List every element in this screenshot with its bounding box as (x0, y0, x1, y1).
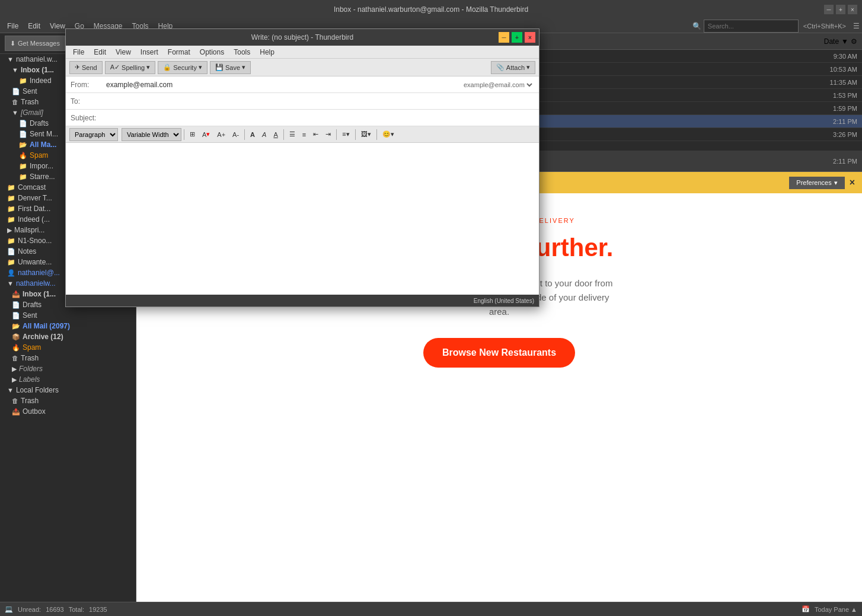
sent2-label: Sent (23, 311, 37, 320)
local-expand: ▼ (7, 387, 14, 394)
compose-menu-insert[interactable]: Insert (136, 47, 163, 58)
sidebar-item-archive[interactable]: 📦 Archive (12) (0, 331, 136, 342)
trash-icon: 🗑 (12, 98, 18, 106)
trash2-icon: 🗑 (12, 355, 18, 362)
today-pane-chevron: ▲ (851, 606, 857, 613)
today-pane-button[interactable]: Today Pane ▲ (815, 605, 857, 613)
all-mail-icon: 📂 (19, 141, 27, 149)
email-time-2: 10:53 AM (830, 66, 857, 73)
save-button[interactable]: 💾 Save ▾ (210, 61, 251, 74)
n1snoo-label: N1-Snoo... (18, 237, 52, 245)
allmail2-icon: 📂 (12, 323, 20, 330)
browse-restaurants-button[interactable]: Browse New Restaurants (423, 338, 575, 368)
compose-menu-edit[interactable]: Edit (89, 47, 111, 58)
insert-image-button[interactable]: 🖼▾ (358, 128, 374, 141)
drafts-1-label: Drafts (30, 119, 49, 127)
labels-label: Labels (19, 375, 40, 384)
sent2-icon: 📄 (12, 312, 20, 320)
subject-input[interactable] (106, 114, 534, 122)
increase-font-button[interactable]: A+ (214, 128, 228, 141)
get-messages-icon: ⬇ (10, 40, 15, 47)
indent-button[interactable]: ⇥ (323, 128, 334, 141)
compose-menu-file[interactable]: File (68, 47, 89, 58)
calendar-icon: 📅 (802, 605, 810, 613)
get-messages-button[interactable]: ⬇ Get Messages (5, 36, 65, 51)
menu-edit[interactable]: Edit (23, 21, 45, 31)
sidebar-item-outbox[interactable]: 📤 Outbox (0, 406, 136, 417)
column-picker-icon[interactable]: ⚙ (851, 37, 857, 46)
compose-menu-help[interactable]: Help (255, 47, 279, 58)
compose-menu-tools[interactable]: Tools (229, 47, 255, 58)
compose-format-bar: Paragraph Variable Width ⊞ A▾ A+ A- A A … (66, 126, 539, 143)
preferences-button[interactable]: Preferences ▾ (789, 177, 844, 189)
trash-local-label: Trash (21, 397, 39, 405)
sidebar-item-labels[interactable]: ▶ Labels (0, 374, 136, 385)
italic-button[interactable]: A (259, 128, 269, 141)
attach-icon: 📎 (496, 63, 505, 71)
font-color-button[interactable]: A▾ (199, 128, 213, 141)
numbered-list-button[interactable]: ≡ (299, 128, 309, 141)
unwanted-icon: 📁 (7, 258, 15, 266)
hamburger-icon[interactable]: ☰ (853, 22, 860, 30)
compose-status-bar: English (United States) (66, 295, 539, 307)
compose-textarea[interactable] (71, 148, 534, 290)
outbox-label: Outbox (23, 407, 46, 416)
sidebar-item-trash-2[interactable]: 🗑 Trash (0, 353, 136, 363)
sidebar-item-trash-local[interactable]: 🗑 Trash (0, 395, 136, 406)
bullet-list-button[interactable]: ☰ (286, 128, 298, 141)
underline-button[interactable]: A (270, 128, 280, 141)
bold-button[interactable]: A (247, 128, 258, 141)
unwanted-label: Unwante... (18, 258, 52, 266)
sidebar-item-folders[interactable]: ▶ Folders (0, 363, 136, 374)
title-bar: Inbox - nathaniel.warburton@gmail.com - … (0, 0, 862, 19)
compose-menu-options[interactable]: Options (195, 47, 229, 58)
from-dropdown[interactable]: example@email.com (461, 81, 534, 89)
date-column-header[interactable]: Date ▼ ⚙ (824, 37, 857, 46)
sent-mail-icon: 📄 (19, 130, 27, 138)
from-input[interactable] (106, 81, 461, 89)
drafts-icon: 📄 (19, 120, 27, 127)
text-size-icon[interactable]: ⊞ (187, 128, 198, 141)
compose-menu-view[interactable]: View (111, 47, 136, 58)
sidebar-item-sent2[interactable]: 📄 Sent (0, 310, 136, 321)
maximize-button[interactable]: + (836, 5, 845, 14)
preferences-close-button[interactable]: × (850, 177, 855, 188)
compose-minimize-button[interactable]: ─ (499, 32, 509, 43)
compose-menu-format[interactable]: Format (163, 47, 195, 58)
spelling-button[interactable]: A✓ Spelling ▾ (105, 61, 155, 74)
minimize-button[interactable]: ─ (824, 5, 834, 14)
menu-file[interactable]: File (2, 21, 23, 31)
email-selected-time: 2:11 PM (833, 158, 857, 165)
starred-label: Starre... (30, 173, 55, 181)
security-button[interactable]: 🔒 Security ▾ (158, 61, 207, 74)
to-field-row: To: (66, 93, 539, 110)
to-label: To: (71, 97, 106, 106)
compose-close-button[interactable]: × (525, 32, 535, 43)
subject-field-row: Subject: (66, 110, 539, 126)
compose-status-text: English (United States) (474, 298, 534, 304)
pref-chevron-icon: ▾ (834, 179, 838, 187)
decrease-font-button[interactable]: A- (229, 128, 242, 141)
attach-button[interactable]: 📎 Attach ▾ (491, 61, 535, 74)
font-family-select[interactable]: Variable Width (122, 128, 181, 141)
format-divider-6 (376, 129, 377, 140)
acct2-icon: 👤 (7, 269, 15, 277)
align-button[interactable]: ≡▾ (339, 128, 352, 141)
compose-maximize-button[interactable]: + (512, 32, 522, 43)
sidebar-item-all-mail-2[interactable]: 📂 All Mail (2097) (0, 321, 136, 331)
attach-dropdown-icon: ▾ (526, 63, 530, 71)
compose-body[interactable] (66, 143, 539, 295)
close-button[interactable]: × (848, 5, 857, 14)
paragraph-format-select[interactable]: Paragraph (69, 128, 118, 141)
sent-icon: 📄 (12, 88, 20, 95)
emoji-button[interactable]: 😊▾ (379, 128, 397, 141)
sidebar-item-spam2[interactable]: 🔥 Spam (0, 342, 136, 353)
indeed2-icon: 📁 (7, 216, 15, 224)
search-input[interactable] (704, 20, 799, 33)
sidebar-local-folders[interactable]: ▼ Local Folders (0, 385, 136, 395)
expand-icon: ▼ (12, 109, 18, 116)
to-input[interactable] (106, 97, 534, 106)
send-button[interactable]: ✈ Send (69, 61, 103, 74)
drafts2-label: Drafts (23, 301, 41, 309)
outdent-button[interactable]: ⇤ (310, 128, 321, 141)
